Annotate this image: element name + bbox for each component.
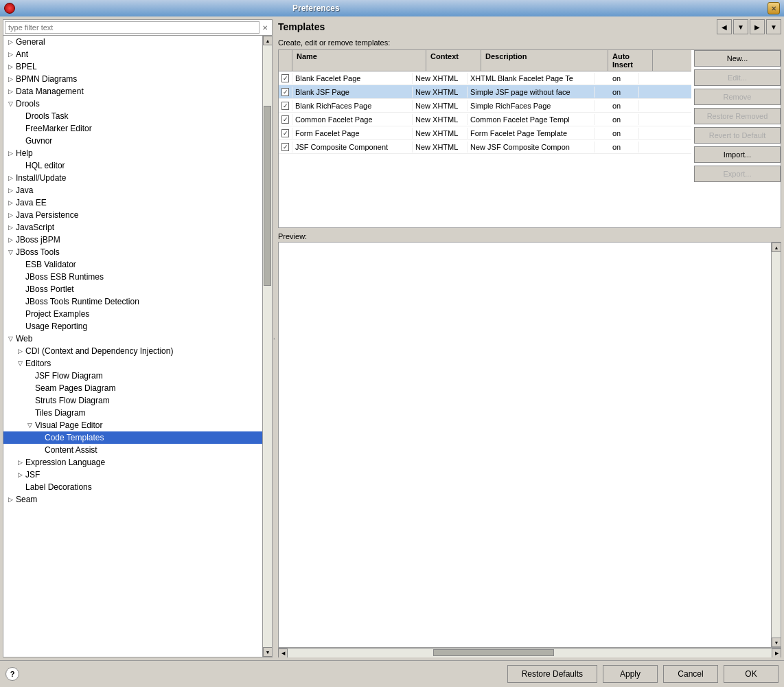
row-checkbox-0[interactable]: ✓ (279, 73, 292, 84)
help-button[interactable]: ? (5, 667, 19, 681)
scroll-down-button[interactable]: ▼ (263, 647, 272, 657)
tree-label-editors: Editors (25, 359, 51, 368)
tree-item-javascript[interactable]: ▷JavaScript (3, 221, 262, 234)
tree-item-seam[interactable]: ▷Seam (3, 493, 262, 506)
tree-item-jbosstoolsruntime[interactable]: JBoss Tools Runtime Detection (3, 295, 262, 308)
tree-label-esbvalidator: ESB Validator (25, 260, 76, 269)
back-button[interactable]: ◀ (717, 19, 732, 34)
tree-item-codetemplates[interactable]: Code Templates (3, 431, 262, 444)
tree-item-datamgmt[interactable]: ▷Data Management (3, 85, 262, 98)
restore-defaults-button[interactable]: Restore Defaults (507, 665, 597, 683)
filter-input[interactable] (5, 21, 260, 34)
tree-item-jsfflow[interactable]: JSF Flow Diagram (3, 370, 262, 382)
preview-scroll-up[interactable]: ▲ (772, 243, 781, 252)
tree-label-javapersist: Java Persistence (16, 210, 78, 220)
tree-item-javapersist[interactable]: ▷Java Persistence (3, 209, 262, 221)
page-title: Templates (278, 21, 325, 32)
tree-item-labeldecorations[interactable]: Label Decorations (3, 481, 262, 493)
row-autoinsert-5: on (595, 142, 639, 153)
forward-button[interactable]: ▶ (750, 19, 765, 34)
tree-item-jbossportlet[interactable]: JBoss Portlet (3, 283, 262, 295)
tree-item-guvnor[interactable]: Guvnor (3, 135, 262, 147)
table-row[interactable]: ✓Form Facelet PageNew XHTMLForm Facelet … (279, 126, 691, 140)
back-dropdown-button[interactable]: ▼ (733, 19, 748, 34)
scroll-up-button[interactable]: ▲ (263, 36, 272, 45)
tree-item-jsf[interactable]: ▷JSF (3, 469, 262, 481)
table-row[interactable]: ✓JSF Composite ComponentNew XHTMLNew JSF… (279, 140, 691, 154)
tree-item-projectexamples[interactable]: Project Examples (3, 308, 262, 320)
tree-item-bpmn[interactable]: ▷BPMN Diagrams (3, 73, 262, 85)
tree-item-contentassist[interactable]: Content Assist (3, 444, 262, 456)
filter-clear-button[interactable]: ✕ (260, 22, 270, 33)
tree-item-seampages[interactable]: Seam Pages Diagram (3, 382, 262, 394)
tree-item-web[interactable]: ▽Web (3, 333, 262, 345)
tree-label-java: Java (16, 185, 33, 195)
export-button[interactable]: Export... (694, 166, 781, 182)
tree-label-tilesdiagram: Tiles Diagram (35, 408, 86, 418)
preview-scroll-right[interactable]: ▶ (772, 649, 781, 658)
tree-item-cdi[interactable]: ▷CDI (Context and Dependency Injection) (3, 345, 262, 357)
tree-item-bpel[interactable]: ▷BPEL (3, 60, 262, 73)
tree-scrollbar[interactable]: ▲ ▼ (262, 36, 272, 657)
tree-item-hql[interactable]: HQL editor (3, 159, 262, 172)
table-row[interactable]: ✓Blank RichFaces PageNew XHTMLSimple Ric… (279, 99, 691, 113)
tree-item-visualpageeditor[interactable]: ▽Visual Page Editor (3, 419, 262, 431)
tree-item-java[interactable]: ▷Java (3, 184, 262, 196)
tree-item-jbosstools[interactable]: ▽JBoss Tools (3, 246, 262, 258)
ok-button[interactable]: OK (724, 665, 779, 683)
new-button[interactable]: New... (694, 50, 781, 67)
tree-item-editors[interactable]: ▽Editors (3, 357, 262, 370)
tree-item-jbossesb[interactable]: JBoss ESB Runtimes (3, 271, 262, 283)
expand-icon-jsfflow (25, 372, 34, 380)
tree-label-drools: Drools (16, 99, 40, 109)
row-context-5: New XHTML (413, 142, 468, 153)
preview-scroll-down[interactable]: ▼ (772, 638, 781, 647)
expand-icon-projectexamples (16, 310, 24, 318)
tree-item-javaee[interactable]: ▷Java EE (3, 196, 262, 209)
remove-button[interactable]: Remove (694, 89, 781, 105)
tree-item-tilesdiagram[interactable]: Tiles Diagram (3, 407, 262, 419)
apply-button[interactable]: Apply (603, 665, 658, 683)
row-checkbox-1[interactable]: ✓ (279, 87, 292, 98)
tree-item-freemarker[interactable]: FreeMarker Editor (3, 122, 262, 135)
tree-item-jbossjbpm[interactable]: ▷JBoss jBPM (3, 234, 262, 246)
table-header: Name Context Description Auto Insert (279, 50, 691, 71)
table-row[interactable]: ✓Common Facelet PageNew XHTMLCommon Face… (279, 113, 691, 126)
close-button[interactable]: ✕ (768, 2, 780, 14)
import-button[interactable]: Import... (694, 146, 781, 163)
preview-label: Preview: (278, 232, 781, 240)
tree-item-drools[interactable]: ▽Drools (3, 98, 262, 110)
preview-scroll-left[interactable]: ◀ (278, 649, 288, 658)
tree-item-ant[interactable]: ▷Ant (3, 48, 262, 60)
expand-icon-jbosstoolsruntime (16, 297, 24, 306)
preview-hthumb[interactable] (433, 649, 554, 656)
tree-item-usagereporting[interactable]: Usage Reporting (3, 320, 262, 333)
edit-button[interactable]: Edit... (694, 69, 781, 86)
row-checkbox-2[interactable]: ✓ (279, 100, 292, 111)
tree-item-esbvalidator[interactable]: ESB Validator (3, 258, 262, 271)
row-checkbox-3[interactable]: ✓ (279, 114, 292, 125)
row-description-2: Simple RichFaces Page (468, 100, 595, 111)
forward-dropdown-button[interactable]: ▼ (766, 19, 781, 34)
table-container: Name Context Description Auto Insert ✓Bl… (279, 50, 691, 227)
tree-item-general[interactable]: ▷General (3, 36, 262, 48)
bottom-right: Restore Defaults Apply Cancel OK (507, 665, 779, 683)
tree-label-jbossjbpm: JBoss jBPM (16, 235, 60, 245)
tree-item-expressionlang[interactable]: ▷Expression Language (3, 456, 262, 469)
restore-removed-button[interactable]: Restore Removed (694, 108, 781, 124)
tree-item-strutsflow[interactable]: Struts Flow Diagram (3, 394, 262, 407)
tree-item-drools-task[interactable]: Drools Task (3, 110, 262, 122)
revert-to-default-button[interactable]: Revert to Default (694, 127, 781, 144)
row-checkbox-4[interactable]: ✓ (279, 128, 292, 139)
scrollbar-thumb[interactable] (264, 106, 271, 286)
row-checkbox-5[interactable]: ✓ (279, 142, 292, 153)
tree-label-ant: Ant (16, 49, 28, 59)
expand-icon-codetemplates (35, 433, 43, 442)
table-row[interactable]: ✓Blank Facelet PageNew XHTMLXHTML Blank … (279, 71, 691, 85)
expand-icon-bpmn: ▷ (6, 75, 14, 83)
tree-scroll: ▷General▷Ant▷BPEL▷BPMN Diagrams▷Data Man… (3, 36, 262, 657)
tree-item-help[interactable]: ▷Help (3, 147, 262, 159)
table-row[interactable]: ✓Blank JSF PageNew XHTMLSimple JSF page … (279, 85, 691, 99)
cancel-button[interactable]: Cancel (663, 665, 718, 683)
tree-item-installupdate[interactable]: ▷Install/Update (3, 172, 262, 184)
